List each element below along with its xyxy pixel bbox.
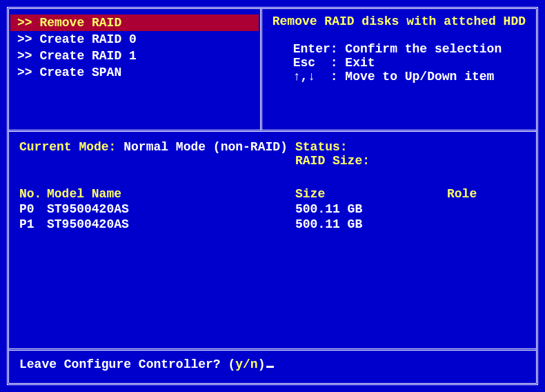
menu-item-remove-raid[interactable]: >> Remove RAID: [10, 14, 259, 31]
help-line-enter: Enter: Confirm the selection: [272, 42, 526, 56]
help-title: Remove RAID disks with attched HDD: [272, 14, 526, 28]
bios-screen: >> Remove RAID >> Create RAID 0 >> Creat…: [7, 7, 538, 385]
disk-model: ST9500420AS: [47, 202, 295, 216]
help-line-esc: Esc : Exit: [272, 56, 526, 70]
mode-value: Normal Mode (non-RAID): [116, 140, 287, 154]
prompt-prefix: Leave Configure Controller? (: [19, 357, 235, 371]
raid-size-label: RAID Size:: [295, 154, 370, 168]
menu-item-create-raid-1[interactable]: >> Create RAID 1: [10, 48, 259, 64]
mode-label: Current Mode:: [19, 140, 116, 154]
header-role: Role: [447, 187, 526, 201]
help-line-arrows: ↑,↓ : Move to Up/Down item: [272, 70, 526, 84]
status-block: Current Mode: Normal Mode (non-RAID) Sta…: [19, 140, 526, 168]
disk-model: ST9500420AS: [47, 217, 295, 231]
top-row: >> Remove RAID >> Create RAID 0 >> Creat…: [9, 9, 536, 130]
status-right: Status: RAID Size:: [295, 140, 526, 168]
disk-row: P0 ST9500420AS 500.11 GB: [19, 202, 526, 216]
disk-headers: No. Model Name Size Role: [19, 187, 526, 201]
disk-no: P1: [19, 217, 47, 231]
disk-row: P1 ST9500420AS 500.11 GB: [19, 217, 526, 231]
menu-panel: >> Remove RAID >> Create RAID 0 >> Creat…: [9, 9, 262, 130]
disk-role: [447, 217, 526, 231]
header-size: Size: [295, 187, 447, 201]
menu-item-create-span[interactable]: >> Create SPAN: [10, 64, 259, 81]
disk-size: 500.11 GB: [295, 202, 447, 216]
prompt-text[interactable]: Leave Configure Controller? (y/n): [19, 357, 526, 371]
status-label: Status:: [295, 140, 348, 154]
status-line: Status:: [295, 140, 526, 154]
disk-no: P0: [19, 202, 47, 216]
raid-size-line: RAID Size:: [295, 154, 526, 168]
header-model: Model Name: [47, 187, 295, 201]
main-panel: Current Mode: Normal Mode (non-RAID) Sta…: [9, 130, 536, 349]
prompt-panel: Leave Configure Controller? (y/n): [9, 349, 536, 383]
status-left: Current Mode: Normal Mode (non-RAID): [19, 140, 295, 168]
prompt-suffix: ): [258, 357, 266, 371]
menu-item-create-raid-0[interactable]: >> Create RAID 0: [10, 31, 259, 48]
help-panel: Remove RAID disks with attched HDD Enter…: [262, 9, 536, 130]
prompt-yn: y/n: [235, 357, 257, 371]
mode-line: Current Mode: Normal Mode (non-RAID): [19, 140, 295, 154]
header-no: No.: [19, 187, 47, 201]
disk-role: [447, 202, 526, 216]
cursor-icon: [266, 366, 274, 368]
disk-size: 500.11 GB: [295, 217, 447, 231]
